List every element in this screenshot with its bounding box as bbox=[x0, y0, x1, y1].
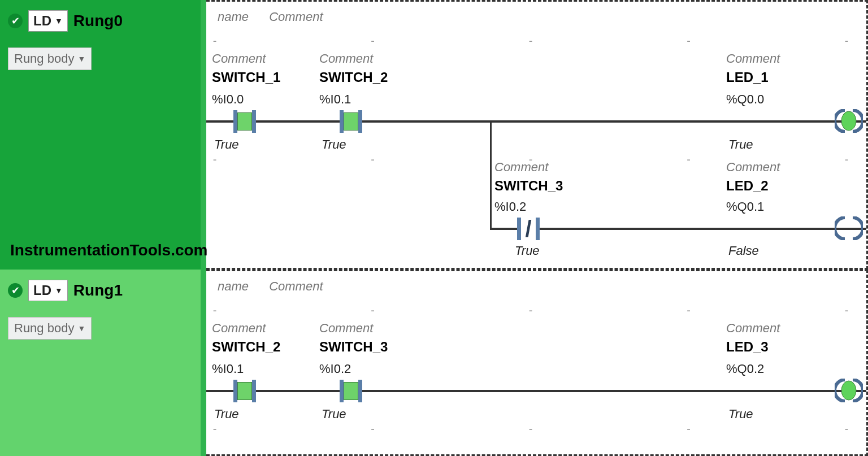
validate-ok-icon: ✔ bbox=[8, 283, 23, 298]
sw1-contact-no[interactable] bbox=[233, 110, 256, 133]
comment-label: Comment bbox=[269, 10, 323, 24]
rung0-top-wire-left bbox=[206, 120, 233, 123]
r1sw3-state: True bbox=[322, 407, 346, 422]
led1-comment: Comment bbox=[726, 51, 780, 66]
led2-state: False bbox=[728, 244, 759, 258]
rung0-bottom-wire-a bbox=[490, 228, 517, 230]
rung1-wire-b bbox=[362, 390, 866, 392]
sw1-comment: Comment bbox=[212, 51, 266, 66]
led3-state: True bbox=[728, 407, 753, 422]
rung0-branch-down bbox=[490, 120, 492, 229]
r1sw2-contact-no[interactable] bbox=[233, 380, 256, 402]
rung1-header: ✔ LD ▼ Rung1 bbox=[8, 280, 198, 301]
name-label: name bbox=[218, 10, 249, 24]
sw2-name: SWITCH_2 bbox=[319, 70, 388, 85]
rung1-wire-a bbox=[256, 390, 340, 392]
rung1-canvas[interactable]: name Comment ----- ----- Comment SWITCH_… bbox=[206, 270, 868, 456]
r1sw3-addr: %I0.2 bbox=[319, 362, 351, 376]
rung0-top-wire-a bbox=[256, 120, 340, 123]
rung0-row: ✔ LD ▼ Rung0 Rung body ▼ Instrumentation… bbox=[0, 0, 868, 270]
rung1-row: ✔ LD ▼ Rung1 Rung body ▼ name Comment --… bbox=[0, 270, 868, 456]
led3-coil[interactable] bbox=[835, 379, 863, 402]
rung-body-label: Rung body bbox=[14, 51, 74, 66]
rung1-language-select[interactable]: LD ▼ bbox=[28, 280, 68, 301]
sw3-name: SWITCH_3 bbox=[494, 178, 563, 194]
sw3-contact-nc[interactable]: / bbox=[517, 218, 540, 240]
chevron-down-icon: ▼ bbox=[77, 54, 85, 63]
rung0-body-select[interactable]: Rung body ▼ bbox=[8, 47, 92, 70]
led2-name: LED_2 bbox=[726, 178, 769, 194]
rung0-name-comment: name Comment bbox=[218, 10, 340, 24]
led2-comment: Comment bbox=[726, 160, 780, 175]
rung0-header: ✔ LD ▼ Rung0 bbox=[8, 10, 198, 32]
sw1-addr: %I0.0 bbox=[212, 92, 244, 107]
rung0-language-select[interactable]: LD ▼ bbox=[28, 10, 68, 32]
r1sw2-comment: Comment bbox=[212, 321, 266, 336]
led1-name: LED_1 bbox=[726, 70, 769, 85]
sw2-contact-no[interactable] bbox=[340, 110, 362, 133]
rung1-body-select[interactable]: Rung body ▼ bbox=[8, 317, 92, 340]
svg-point-1 bbox=[841, 381, 856, 400]
sw1-name: SWITCH_1 bbox=[212, 70, 280, 85]
rung1-title: Rung1 bbox=[73, 281, 123, 299]
validate-ok-icon: ✔ bbox=[8, 14, 23, 28]
rung0-canvas[interactable]: name Comment ----- ----- Comment SWITCH_… bbox=[206, 0, 868, 270]
r1sw2-name: SWITCH_2 bbox=[212, 339, 280, 355]
svg-point-0 bbox=[841, 111, 856, 131]
r1sw2-state: True bbox=[214, 407, 239, 422]
chevron-down-icon: ▼ bbox=[55, 16, 63, 25]
comment-label: Comment bbox=[269, 279, 323, 293]
rung0-title: Rung0 bbox=[73, 12, 123, 30]
led1-state: True bbox=[728, 137, 753, 152]
sidebar-accent-strip bbox=[201, 0, 206, 270]
r1sw3-name: SWITCH_3 bbox=[319, 339, 388, 355]
sidebar-accent-strip bbox=[201, 270, 206, 456]
rung1-wire-left bbox=[206, 390, 233, 392]
chevron-down-icon: ▼ bbox=[55, 286, 63, 295]
sw3-comment: Comment bbox=[494, 160, 548, 175]
led2-coil[interactable] bbox=[835, 216, 863, 240]
rung1-sidebar: ✔ LD ▼ Rung1 Rung body ▼ bbox=[0, 270, 206, 456]
led3-addr: %Q0.2 bbox=[726, 362, 764, 376]
rung0-top-wire-c bbox=[490, 120, 828, 123]
sw2-addr: %I0.1 bbox=[319, 92, 351, 107]
rung1-name-comment: name Comment bbox=[218, 279, 340, 294]
r1sw2-addr: %I0.1 bbox=[212, 362, 244, 376]
led3-comment: Comment bbox=[726, 321, 780, 336]
led3-name: LED_3 bbox=[726, 339, 769, 355]
sw2-comment: Comment bbox=[319, 51, 373, 66]
r1sw3-comment: Comment bbox=[319, 321, 373, 336]
led2-addr: %Q0.1 bbox=[726, 199, 764, 214]
r1sw3-contact-no[interactable] bbox=[340, 380, 362, 402]
ld-label: LD bbox=[33, 283, 51, 298]
ld-label: LD bbox=[33, 13, 51, 29]
sw3-state: True bbox=[515, 244, 540, 258]
name-label: name bbox=[218, 279, 249, 293]
rung-body-label: Rung body bbox=[14, 321, 74, 336]
sw2-state: True bbox=[322, 137, 346, 152]
led1-coil[interactable] bbox=[835, 109, 863, 133]
chevron-down-icon: ▼ bbox=[77, 324, 85, 333]
sw1-state: True bbox=[214, 137, 239, 152]
led1-addr: %Q0.0 bbox=[726, 92, 764, 107]
rung0-bottom-wire-b bbox=[540, 228, 828, 230]
rung0-top-wire-b bbox=[362, 120, 490, 123]
rung0-sidebar: ✔ LD ▼ Rung0 Rung body ▼ Instrumentation… bbox=[0, 0, 206, 270]
watermark: InstrumentationTools.com bbox=[10, 241, 208, 259]
sw3-addr: %I0.2 bbox=[494, 199, 526, 214]
